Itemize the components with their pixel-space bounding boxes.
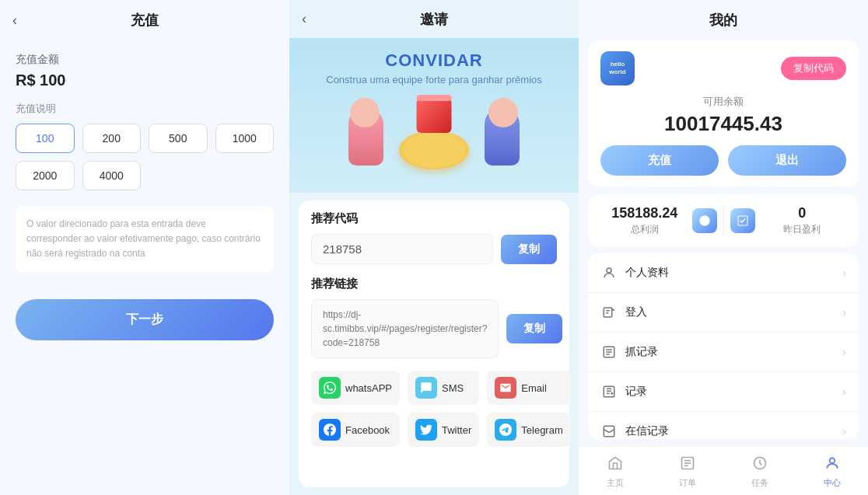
stats-card: 158188.24 总利润 0 昨日盈利 (588, 194, 859, 247)
twitter-icon (415, 419, 437, 441)
amount-btn-500[interactable]: 500 (149, 124, 208, 153)
menu-inbox-arrow: › (842, 425, 846, 437)
nav-tasks[interactable]: 任务 (723, 452, 796, 492)
recharge-title: 充值 (131, 11, 159, 30)
menu-login[interactable]: 登入 › (588, 293, 859, 333)
recharge-panel: ‹ 充值 充值金额 R$ 100 充值说明 100 200 500 1000 2… (0, 0, 289, 495)
balance-section: 可用余额 10017445.43 (600, 95, 846, 136)
email-icon (495, 377, 516, 399)
amount-label: 充值金额 (16, 53, 274, 67)
share-email[interactable]: Email (487, 371, 570, 405)
amount-btn-200[interactable]: 200 (82, 124, 142, 153)
sms-icon (415, 377, 437, 399)
referral-link-box[interactable]: https://dj-sc.timibbs.vip/#/pages/regist… (311, 299, 499, 358)
back-icon[interactable]: ‹ (12, 12, 17, 29)
amount-display: R$ 100 (16, 71, 274, 89)
bottom-nav: 主页 订单 任务 中心 (579, 445, 868, 495)
balance-amount: 10017445.43 (600, 112, 846, 136)
inbox-icon (600, 423, 618, 439)
nav-center[interactable]: 中心 (796, 452, 868, 492)
whatsapp-icon (319, 377, 341, 399)
menu-record[interactable]: 记录 › (588, 372, 859, 412)
menu-profile-label: 个人资料 (625, 266, 669, 280)
amount-btn-4000[interactable]: 4000 (82, 161, 142, 190)
nav-orders-label: 订单 (679, 477, 696, 489)
recharge-button[interactable]: 充值 (600, 145, 719, 176)
stat-divider (723, 205, 724, 236)
share-facebook[interactable]: Facebook (311, 413, 400, 447)
record-icon (600, 383, 618, 400)
nav-center-label: 中心 (824, 477, 841, 489)
note-label: 充值说明 (16, 102, 274, 116)
center-icon (824, 455, 840, 475)
note-box: O valor direcionado para esta entrada de… (16, 206, 274, 273)
twitter-label: Twitter (442, 424, 471, 436)
recharge-header: ‹ 充值 (0, 0, 289, 40)
orders-icon (680, 455, 695, 475)
nav-orders[interactable]: 订单 (651, 452, 723, 492)
amount-btn-2000[interactable]: 2000 (16, 161, 75, 190)
amount-btn-100[interactable]: 100 (16, 124, 75, 153)
tasks-icon (752, 455, 768, 475)
mine-top-card: helloworld 复制代码 可用余额 10017445.43 充值 退出 (588, 40, 859, 186)
hero-title: CONVIDAR (302, 51, 566, 71)
invite-hero: CONVIDAR Construa uma equipe forte para … (289, 38, 579, 193)
menu-capture-arrow: › (842, 346, 846, 358)
copy-link-button[interactable]: 复制 (506, 314, 562, 343)
referral-code-input[interactable]: 218758 (311, 234, 493, 264)
menu-record-label: 记录 (625, 385, 647, 399)
total-profit-stat: 158188.24 总利润 (604, 205, 686, 236)
facebook-label: Facebook (345, 424, 390, 436)
recharge-body: 充值金额 R$ 100 充值说明 100 200 500 1000 2000 4… (0, 40, 289, 495)
share-whatsapp[interactable]: whatsAPP (311, 371, 400, 405)
amount-grid-2: 2000 4000 (16, 161, 274, 190)
svg-point-1 (607, 268, 611, 273)
menu-login-arrow: › (842, 306, 846, 319)
nav-tasks-label: 任务 (751, 477, 768, 489)
share-telegram[interactable]: Telegram (487, 413, 570, 447)
hero-illustration (302, 92, 566, 185)
invite-content: 推荐代码 218758 复制 推荐链接 https://dj-sc.timibb… (299, 200, 569, 487)
next-button[interactable]: 下一步 (16, 299, 274, 340)
profit-icon (692, 208, 717, 233)
invite-back-icon[interactable]: ‹ (302, 11, 306, 27)
profile-row: helloworld 复制代码 (600, 51, 846, 85)
mine-header: 我的 (579, 0, 868, 40)
total-profit-label: 总利润 (604, 223, 686, 236)
menu-inbox[interactable]: 在信记录 › (588, 412, 859, 439)
invite-panel: ‹ 邀请 CONVIDAR Construa uma equipe forte … (289, 0, 579, 495)
nav-home[interactable]: 主页 (579, 452, 651, 492)
share-twitter[interactable]: Twitter (408, 413, 479, 447)
daily-profit-icon (730, 208, 755, 233)
referral-link-label: 推荐链接 (311, 277, 557, 291)
referral-code-label: 推荐代码 (311, 211, 557, 226)
social-share-grid: whatsAPP SMS Email Facebook (311, 371, 557, 447)
whatsapp-label: whatsAPP (345, 382, 392, 394)
daily-profit-label: 昨日盈利 (761, 223, 844, 236)
menu-capture-record[interactable]: 抓记录 › (588, 333, 859, 372)
copy-code-button[interactable]: 复制代码 (781, 57, 846, 80)
sms-label: SMS (442, 382, 464, 394)
menu-record-arrow: › (842, 385, 846, 398)
login-icon (600, 304, 618, 321)
svg-point-17 (829, 458, 835, 463)
action-row: 充值 退出 (600, 145, 846, 176)
nav-home-label: 主页 (607, 477, 624, 489)
email-label: Email (521, 382, 547, 394)
menu-list: 个人资料 › 登入 › 抓记录 › 记录 › (588, 253, 859, 439)
invite-header: ‹ 邀请 (289, 0, 579, 38)
amount-grid: 100 200 500 1000 (16, 124, 274, 153)
referral-code-row: 218758 复制 (311, 234, 557, 264)
share-sms[interactable]: SMS (408, 371, 479, 405)
copy-code-button[interactable]: 复制 (501, 235, 557, 264)
mine-panel: 我的 helloworld 复制代码 可用余额 10017445.43 充值 退… (579, 0, 868, 495)
referral-link-row: https://dj-sc.timibbs.vip/#/pages/regist… (311, 299, 557, 358)
withdraw-button[interactable]: 退出 (728, 145, 846, 176)
telegram-label: Telegram (521, 424, 562, 436)
daily-profit-value: 0 (761, 205, 844, 221)
profile-icon (600, 264, 618, 281)
daily-profit-stat: 0 昨日盈利 (761, 205, 844, 236)
menu-profile[interactable]: 个人资料 › (588, 253, 859, 293)
capture-icon (600, 343, 618, 361)
amount-btn-1000[interactable]: 1000 (215, 124, 275, 153)
